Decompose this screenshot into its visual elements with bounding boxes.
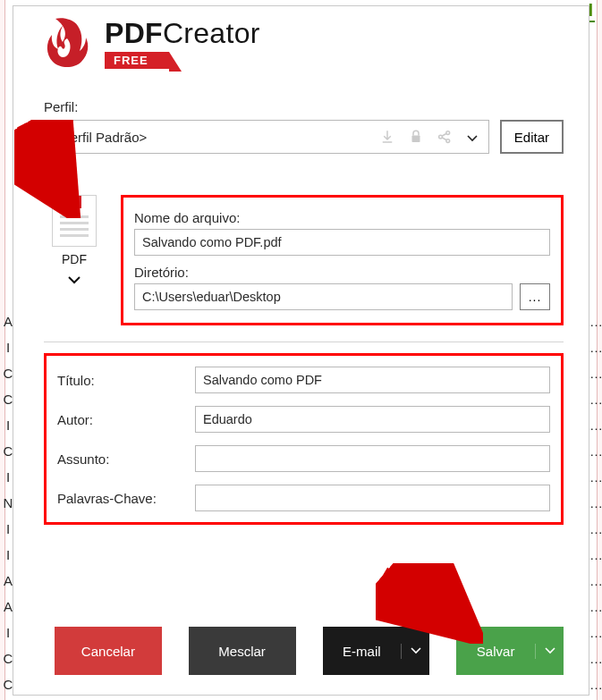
directory-input[interactable]: [134, 283, 513, 310]
save-dropdown-button[interactable]: [535, 644, 564, 659]
download-icon: [379, 129, 395, 145]
subject-input[interactable]: [195, 445, 550, 472]
title-input[interactable]: [195, 367, 550, 393]
chevron-down-icon: [467, 130, 478, 145]
format-label: PDF: [62, 252, 87, 266]
keywords-input[interactable]: [195, 485, 550, 511]
keywords-label: Palavras-Chave:: [57, 491, 182, 506]
dialog-panel: PDFCreator FREE Perfil: <Perfil Padrão> …: [13, 5, 589, 696]
background-text-right: ………………………………………: [589, 308, 602, 697]
title-label: Título:: [57, 373, 182, 388]
subject-label: Assunto:: [57, 451, 182, 467]
share-icon: [437, 129, 453, 145]
output-format-selector[interactable]: PDF PDF: [44, 195, 105, 288]
profile-select[interactable]: <Perfil Padrão>: [44, 120, 489, 154]
app-title: PDFCreator: [105, 17, 260, 50]
author-label: Autor:: [57, 412, 182, 427]
merge-button[interactable]: Mesclar: [189, 627, 296, 675]
file-fields-group: Nome do arquivo: Diretório: ...: [121, 195, 564, 325]
app-header: PDFCreator FREE: [44, 17, 564, 69]
directory-label: Diretório:: [134, 265, 550, 280]
browse-button[interactable]: ...: [520, 283, 550, 310]
divider: [44, 342, 564, 342]
filename-input[interactable]: [134, 229, 550, 256]
email-button[interactable]: E-mail: [323, 627, 430, 675]
cancel-button[interactable]: Cancelar: [55, 627, 162, 675]
svg-rect-0: [411, 136, 420, 143]
save-button[interactable]: Salvar: [456, 627, 564, 675]
metadata-fields-group: Título: Autor: Assunto: Palavras-Chave:: [44, 353, 564, 525]
action-bar: Cancelar Mesclar E-mail Salvar: [55, 627, 564, 675]
profile-value: <Perfil Padrão>: [54, 130, 147, 145]
lock-icon: [408, 129, 424, 145]
chevron-down-icon: [67, 272, 81, 288]
free-badge: FREE: [105, 52, 169, 69]
email-dropdown-button[interactable]: [401, 644, 429, 659]
filename-label: Nome do arquivo:: [134, 210, 550, 225]
edit-profile-button[interactable]: Editar: [500, 120, 564, 154]
profile-inline-icons: [379, 129, 453, 145]
app-brand: PDFCreator FREE: [105, 17, 260, 69]
pdf-format-icon: PDF: [52, 195, 97, 247]
profile-label: Perfil:: [44, 99, 564, 114]
author-input[interactable]: [195, 406, 550, 433]
app-logo-icon: [44, 17, 92, 69]
